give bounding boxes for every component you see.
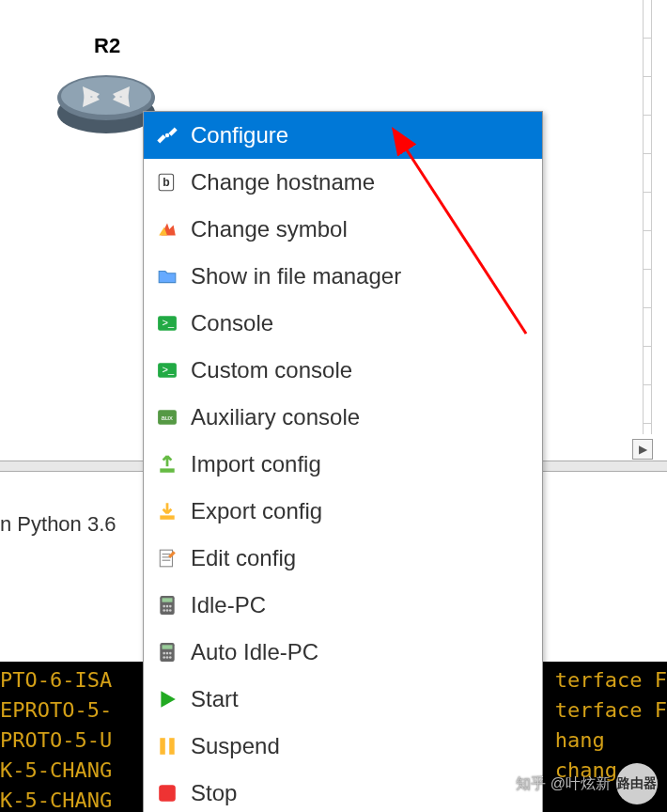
svg-rect-34 — [159, 785, 176, 802]
menu-item-label: Console — [191, 310, 273, 336]
play-icon — [157, 689, 178, 710]
menu-item-import-config[interactable]: Import config — [144, 441, 542, 488]
menu-item-custom-console[interactable]: >_Custom console — [144, 347, 542, 394]
pause-icon — [157, 736, 178, 757]
svg-point-27 — [166, 652, 169, 655]
symbol-icon — [157, 219, 178, 240]
calc-icon — [157, 642, 178, 663]
svg-point-19 — [166, 605, 169, 608]
svg-text:b: b — [163, 176, 169, 189]
menu-item-auto-idle-pc[interactable]: Auto Idle-PC — [144, 629, 542, 676]
menu-item-suspend[interactable]: Suspend — [144, 723, 542, 770]
svg-rect-33 — [169, 738, 175, 755]
menu-item-label: Export config — [191, 498, 322, 524]
menu-item-label: Import config — [191, 451, 321, 477]
svg-text:>_: >_ — [163, 317, 175, 328]
svg-text:aux: aux — [161, 414, 173, 422]
svg-point-2 — [61, 77, 151, 115]
svg-point-29 — [163, 656, 165, 659]
svg-point-22 — [166, 609, 169, 612]
menu-item-show-in-file-manager[interactable]: Show in file manager — [144, 253, 542, 300]
svg-point-3 — [165, 133, 169, 137]
calc-icon — [157, 595, 178, 616]
svg-point-31 — [169, 656, 172, 659]
console-icon: >_ — [157, 360, 178, 381]
menu-item-console[interactable]: >_Console — [144, 300, 542, 347]
menu-item-label: Stop — [191, 780, 237, 806]
svg-text:>_: >_ — [163, 364, 175, 375]
scroll-right-button[interactable]: ▶ — [632, 439, 653, 460]
folder-icon — [157, 266, 178, 287]
console-icon: >_ — [157, 313, 178, 334]
import-icon — [157, 454, 178, 475]
menu-item-change-hostname[interactable]: bChange hostname — [144, 159, 542, 206]
router-label: R2 — [94, 34, 120, 58]
menu-item-label: Change hostname — [191, 169, 375, 195]
export-icon — [157, 501, 178, 522]
svg-rect-12 — [160, 550, 172, 567]
menu-item-label: Idle-PC — [191, 592, 266, 618]
watermark-text: 知乎 @叶炫新 — [516, 774, 611, 794]
svg-point-30 — [166, 656, 169, 659]
svg-point-18 — [163, 605, 165, 608]
terminal-line-right: terface F — [555, 695, 667, 726]
menu-item-label: Suspend — [191, 733, 280, 759]
svg-point-20 — [169, 605, 172, 608]
stop-icon — [157, 783, 178, 804]
menu-item-configure[interactable]: Configure — [144, 112, 542, 159]
menu-item-edit-config[interactable]: Edit config — [144, 535, 542, 582]
menu-item-idle-pc[interactable]: Idle-PC — [144, 582, 542, 629]
svg-point-26 — [163, 652, 165, 655]
status-python-text: n Python 3.6 — [0, 512, 116, 537]
aux-console-icon: aux — [157, 407, 178, 428]
watermark-badge: 路由器 — [616, 763, 658, 804]
menu-item-label: Show in file manager — [191, 263, 401, 289]
svg-rect-17 — [163, 598, 173, 601]
watermark: 知乎 @叶炫新 路由器 — [516, 763, 658, 804]
terminal-line-right: hang — [555, 726, 667, 756]
tools-icon — [157, 125, 178, 146]
terminal-line-right: terface F — [555, 665, 667, 695]
menu-item-export-config[interactable]: Export config — [144, 488, 542, 535]
menu-item-label: Configure — [191, 122, 288, 148]
menu-item-stop[interactable]: Stop — [144, 770, 542, 812]
menu-item-start[interactable]: Start — [144, 676, 542, 723]
svg-point-28 — [169, 652, 172, 655]
menu-item-label: Edit config — [191, 545, 296, 571]
svg-rect-32 — [160, 738, 165, 755]
context-menu: ConfigurebChange hostnameChange symbolSh… — [143, 111, 543, 812]
ruler-vertical — [643, 0, 652, 434]
svg-point-23 — [169, 609, 172, 612]
rename-icon: b — [157, 172, 178, 193]
menu-item-label: Auxiliary console — [191, 404, 360, 430]
menu-item-label: Start — [191, 686, 239, 712]
edit-icon — [157, 548, 178, 569]
menu-item-label: Custom console — [191, 357, 352, 383]
menu-item-change-symbol[interactable]: Change symbol — [144, 206, 542, 253]
menu-item-label: Change symbol — [191, 216, 348, 242]
svg-rect-25 — [163, 645, 173, 648]
menu-item-auxiliary-console[interactable]: auxAuxiliary console — [144, 394, 542, 441]
svg-point-21 — [163, 609, 165, 612]
menu-item-label: Auto Idle-PC — [191, 639, 318, 665]
